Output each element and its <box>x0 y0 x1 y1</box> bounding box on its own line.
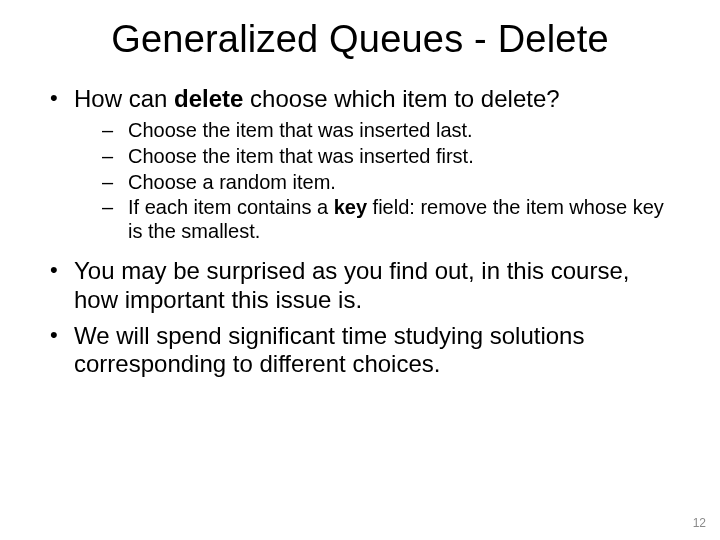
bullet-1: How can delete choose which item to dele… <box>46 85 674 243</box>
bullet-3: We will spend significant time studying … <box>46 322 674 379</box>
sub-bullet-2: Choose the item that was inserted first. <box>100 145 674 169</box>
page-number: 12 <box>693 516 706 530</box>
bullet-2: You may be surprised as you find out, in… <box>46 257 674 314</box>
bullet-1-bold: delete <box>174 85 243 112</box>
sub-bullet-list: Choose the item that was inserted last. … <box>74 119 674 243</box>
slide-title: Generalized Queues - Delete <box>0 0 720 61</box>
sub-bullet-1: Choose the item that was inserted last. <box>100 119 674 143</box>
bullet-list: How can delete choose which item to dele… <box>46 85 674 379</box>
slide-body: How can delete choose which item to dele… <box>0 61 720 379</box>
sub-bullet-4-pre: If each item contains a <box>128 196 334 218</box>
sub-bullet-4: If each item contains a key field: remov… <box>100 196 674 243</box>
sub-bullet-4-bold: key <box>334 196 367 218</box>
bullet-1-pre: How can <box>74 85 174 112</box>
sub-bullet-3: Choose a random item. <box>100 171 674 195</box>
slide: Generalized Queues - Delete How can dele… <box>0 0 720 540</box>
bullet-1-post: choose which item to delete? <box>243 85 559 112</box>
